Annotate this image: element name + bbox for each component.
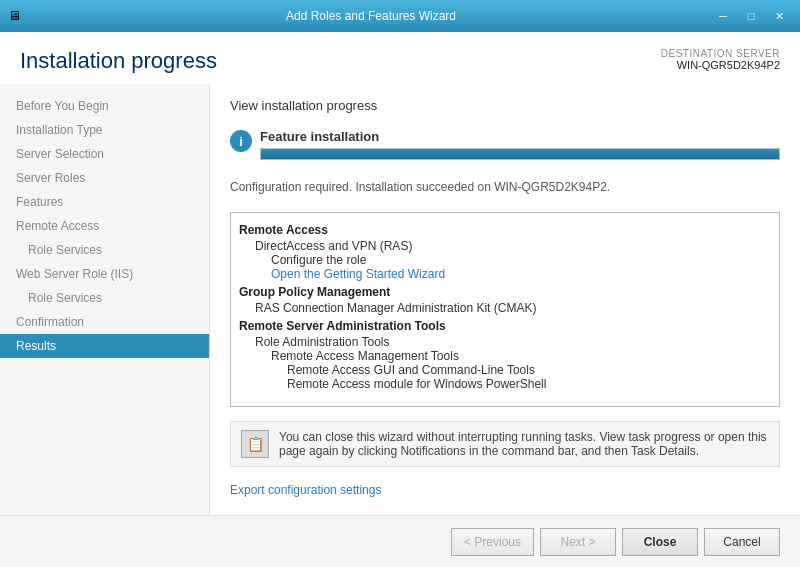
close-window-button[interactable]: ✕ bbox=[766, 6, 792, 26]
server-name: WIN-QGR5D2K94P2 bbox=[661, 59, 780, 71]
next-button[interactable]: Next > bbox=[540, 528, 616, 556]
sidebar-item-before-you-begin[interactable]: Before You Begin bbox=[0, 94, 209, 118]
info-note: 📋 You can close this wizard without inte… bbox=[230, 421, 780, 467]
progress-bar-fill bbox=[261, 149, 779, 159]
minimize-button[interactable]: ─ bbox=[710, 6, 736, 26]
feature-installation-box: i Feature installation bbox=[230, 129, 780, 166]
fl-ras-cmak: RAS Connection Manager Administration Ki… bbox=[239, 301, 771, 315]
sidebar-item-features[interactable]: Features bbox=[0, 190, 209, 214]
maximize-button[interactable]: □ bbox=[738, 6, 764, 26]
sidebar-item-installation-type[interactable]: Installation Type bbox=[0, 118, 209, 142]
fl-configure-role: Configure the role bbox=[239, 253, 771, 267]
fl-group-policy-title: Group Policy Management bbox=[239, 285, 771, 299]
feature-installation-label: Feature installation bbox=[260, 129, 780, 144]
sidebar-item-web-server-role[interactable]: Web Server Role (IIS) bbox=[0, 262, 209, 286]
page-title: Installation progress bbox=[20, 48, 217, 74]
fl-remote-access-mgmt-tools: Remote Access Management Tools bbox=[239, 349, 771, 363]
destination-label: DESTINATION SERVER bbox=[661, 48, 780, 59]
success-message: Configuration required. Installation suc… bbox=[230, 180, 780, 194]
fl-remote-server-admin-title: Remote Server Administration Tools bbox=[239, 319, 771, 333]
sidebar: Before You Begin Installation Type Serve… bbox=[0, 84, 210, 515]
titlebar: 🖥 Add Roles and Features Wizard ─ □ ✕ bbox=[0, 0, 800, 32]
sidebar-item-server-selection[interactable]: Server Selection bbox=[0, 142, 209, 166]
wizard-footer: < Previous Next > Close Cancel bbox=[0, 515, 800, 567]
titlebar-title: Add Roles and Features Wizard bbox=[32, 9, 710, 23]
sidebar-item-remote-access[interactable]: Remote Access bbox=[0, 214, 209, 238]
destination-server-info: DESTINATION SERVER WIN-QGR5D2K94P2 bbox=[661, 48, 780, 71]
sidebar-item-server-roles[interactable]: Server Roles bbox=[0, 166, 209, 190]
wizard-header: Installation progress DESTINATION SERVER… bbox=[0, 32, 800, 84]
export-configuration-link[interactable]: Export configuration settings bbox=[230, 483, 780, 497]
fl-remote-access-powershell: Remote Access module for Windows PowerSh… bbox=[239, 377, 771, 391]
note-text: You can close this wizard without interr… bbox=[279, 430, 769, 458]
cancel-button[interactable]: Cancel bbox=[704, 528, 780, 556]
sidebar-item-results[interactable]: Results bbox=[0, 334, 209, 358]
content-area: View installation progress i Feature ins… bbox=[210, 84, 800, 515]
sidebar-item-role-services-1[interactable]: Role Services bbox=[0, 238, 209, 262]
fl-getting-started-link[interactable]: Open the Getting Started Wizard bbox=[239, 267, 445, 281]
app-icon: 🖥 bbox=[8, 8, 24, 24]
wizard-container: Installation progress DESTINATION SERVER… bbox=[0, 32, 800, 567]
progress-bar-container bbox=[260, 148, 780, 160]
sidebar-item-role-services-2[interactable]: Role Services bbox=[0, 286, 209, 310]
fl-directaccess-vpn: DirectAccess and VPN (RAS) bbox=[239, 239, 771, 253]
close-button[interactable]: Close bbox=[622, 528, 698, 556]
window-controls: ─ □ ✕ bbox=[710, 6, 792, 26]
previous-button[interactable]: < Previous bbox=[451, 528, 534, 556]
feature-installation-content: Feature installation bbox=[260, 129, 780, 166]
sidebar-item-confirmation[interactable]: Confirmation bbox=[0, 310, 209, 334]
fl-role-admin-tools: Role Administration Tools bbox=[239, 335, 771, 349]
feature-list-box[interactable]: Remote Access DirectAccess and VPN (RAS)… bbox=[230, 212, 780, 407]
fl-remote-access-gui: Remote Access GUI and Command-Line Tools bbox=[239, 363, 771, 377]
wizard-body: Before You Begin Installation Type Serve… bbox=[0, 84, 800, 515]
fl-remote-access-title: Remote Access bbox=[239, 223, 771, 237]
info-icon: i bbox=[230, 130, 252, 152]
note-icon: 📋 bbox=[241, 430, 269, 458]
view-progress-label: View installation progress bbox=[230, 98, 780, 113]
